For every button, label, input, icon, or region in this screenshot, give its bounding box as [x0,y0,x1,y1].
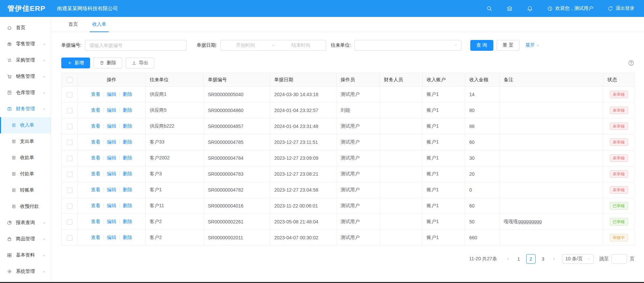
sidebar-item-payment-bill[interactable]: 付款单 [0,166,51,182]
delete-button[interactable]: 删除 [93,58,122,68]
row-checkbox[interactable] [67,156,72,161]
row-checkbox[interactable] [67,172,72,177]
cell-checkbox [62,198,78,214]
bill-no-input[interactable] [85,40,187,51]
expand-link[interactable]: 展开 [525,42,540,48]
row-checkbox[interactable] [67,124,72,129]
view-link[interactable]: 查看 [91,187,101,192]
page-size-select[interactable]: 10 条/页 [562,254,594,264]
date-range-picker[interactable]: 开始时间 ~ 结束时间 [220,40,326,51]
welcome-user[interactable]: 欢迎您，测试用户 [547,5,593,12]
view-link[interactable]: 查看 [91,155,101,160]
goods-icon [7,236,12,242]
delete-link[interactable]: 删除 [123,107,132,113]
select-all-checkbox[interactable] [67,77,72,83]
cell-income-amount: 0 [465,182,500,198]
delete-link[interactable]: 删除 [123,123,132,129]
sidebar-item-home[interactable]: 首页 [0,20,51,36]
page-2-button[interactable]: 2 [526,254,536,264]
cell-bill-date: 2023-11-22 00:06:01 [270,198,337,214]
edit-link[interactable]: 编辑 [107,171,116,176]
row-checkbox[interactable] [67,108,72,113]
row-checkbox[interactable] [67,203,72,209]
edit-link[interactable]: 编辑 [107,187,116,192]
sidebar-item-basic[interactable]: 基本资料 [0,247,51,263]
column-header-partner: 往来单位 [146,73,204,87]
page-3-button[interactable]: 3 [538,254,548,264]
view-link[interactable]: 查看 [91,235,101,240]
edit-link[interactable]: 编辑 [107,107,116,113]
delete-link[interactable]: 删除 [123,203,132,208]
edit-link[interactable]: 编辑 [107,91,116,97]
row-checkbox[interactable] [67,235,72,241]
sidebar-item-goods[interactable]: 商品管理 [0,231,51,247]
cell-income-amount: 660 [465,230,500,246]
sidebar-item-expense-bill[interactable]: 支出单 [0,133,51,150]
sidebar-item-report[interactable]: 报表查询 [0,215,51,231]
partner-select[interactable] [355,40,461,51]
sidebar-item-income-bill[interactable]: 收入单 [0,117,51,133]
cell-partner: 客户2 [146,214,204,230]
sidebar-item-transfer-bill[interactable]: 转账单 [0,182,51,198]
sidebar-item-retail[interactable]: 零售管理 [0,36,51,52]
date-start-placeholder[interactable]: 开始时间 [221,42,271,48]
jump-page-input[interactable] [611,254,627,264]
sidebar-item-sales[interactable]: 销售管理 [0,68,51,85]
cell-status: 未审核 [603,166,635,182]
table-row: 查看编辑删除客户11SR000000040162023-11-22 00:06:… [62,198,635,214]
chevron-down-icon [42,270,46,274]
edit-link[interactable]: 编辑 [107,123,116,129]
cell-status: 未审核 [603,118,635,134]
delete-link[interactable]: 删除 [123,155,132,160]
logout-text: 退出登录 [616,5,635,12]
delete-link[interactable]: 删除 [123,235,132,240]
edit-link[interactable]: 编辑 [107,219,116,224]
tab-home[interactable]: 首页 [61,17,85,32]
sidebar-item-warehouse[interactable]: 仓库管理 [0,85,51,101]
view-link[interactable]: 查看 [91,171,101,176]
row-checkbox[interactable] [67,188,72,193]
edit-link[interactable]: 编辑 [107,235,116,240]
view-link[interactable]: 查看 [91,139,101,145]
sidebar-item-prepaid[interactable]: 收预付款 [0,198,51,215]
help-icon[interactable] [628,60,635,66]
sidebar-item-finance[interactable]: 财务管理 [0,101,51,117]
sidebar-item-purchase[interactable]: 采购管理 [0,52,51,68]
edit-link[interactable]: 编辑 [107,139,116,145]
doc-icon [12,139,16,144]
prev-page-button[interactable] [503,257,513,261]
bank-icon[interactable] [507,5,513,12]
row-checkbox[interactable] [67,92,72,97]
row-checkbox[interactable] [67,140,72,145]
date-end-placeholder[interactable]: 结束时间 [276,42,326,48]
tab-income-bill[interactable]: 收入单 [85,17,113,32]
search-icon[interactable] [486,5,492,12]
export-button[interactable]: 导出 [126,58,154,68]
reset-button[interactable]: 重 置 [497,40,520,51]
bell-icon[interactable] [527,5,533,12]
view-link[interactable]: 查看 [91,203,101,208]
view-link[interactable]: 查看 [91,123,101,129]
app-logo[interactable]: 管伊佳ERP [0,4,45,13]
doc-icon [12,123,16,128]
view-link[interactable]: 查看 [91,219,101,224]
delete-link[interactable]: 删除 [123,219,132,224]
cell-checkbox [62,134,78,150]
next-page-button[interactable] [549,257,559,261]
edit-link[interactable]: 编辑 [107,203,116,208]
sidebar-item-system[interactable]: 系统管理 [0,263,51,280]
page-1-button[interactable]: 1 [514,254,523,264]
delete-link[interactable]: 删除 [123,91,132,97]
sidebar-item-receipt-bill[interactable]: 收款单 [0,150,51,166]
view-link[interactable]: 查看 [91,107,101,113]
delete-link[interactable]: 删除 [123,171,132,176]
row-checkbox[interactable] [67,219,72,225]
cell-income-account: 账户1 [423,103,465,118]
search-button[interactable]: 查 询 [470,40,493,51]
view-link[interactable]: 查看 [91,91,101,97]
delete-link[interactable]: 删除 [123,187,132,192]
logout-button[interactable]: 退出登录 [607,5,635,12]
delete-link[interactable]: 删除 [123,139,132,145]
add-button[interactable]: 新增 [61,58,90,68]
edit-link[interactable]: 编辑 [107,155,116,160]
